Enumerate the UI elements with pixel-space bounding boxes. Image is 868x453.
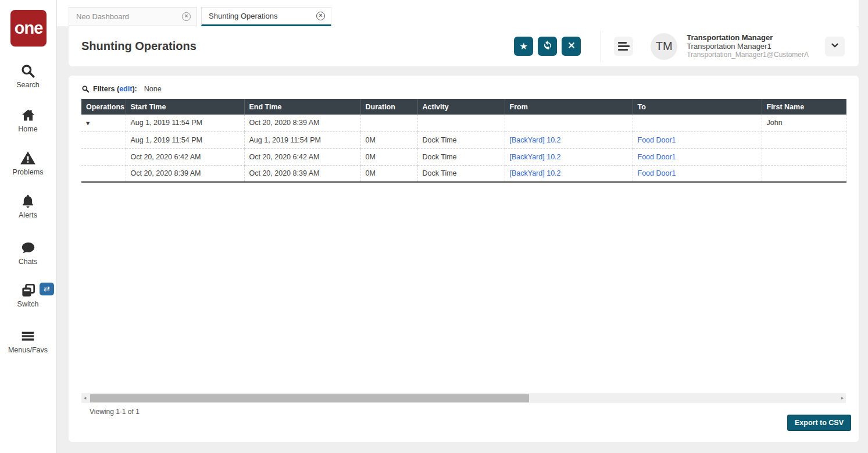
cell-activity: Dock Time [417,165,505,182]
one-logo[interactable]: one [10,10,47,47]
filters-bar: Filters (edit): None [81,85,162,93]
sidebar-label-chats: Chats [0,258,56,266]
cell-from: [BackYard] 10.2 [505,148,633,165]
col-header-first-name[interactable]: First Name [762,99,846,115]
cell-first-name [762,131,846,148]
table-header-row: Operations Start Time End Time Duration … [81,99,846,115]
bell-icon [0,193,56,209]
col-header-duration[interactable]: Duration [360,99,417,115]
refresh-icon [542,40,553,52]
horizontal-scrollbar[interactable]: ◂ ▸ [81,393,846,403]
quick-menu-button[interactable] [614,37,633,56]
filter-search-icon [81,85,90,93]
filters-value: None [144,85,162,93]
content-panel: Filters (edit): None Operations Start Ti… [69,76,859,442]
cell-end-time: Oct 20, 2020 8:39 AM [244,165,360,182]
tab-neo-dashboard[interactable]: Neo Dashboard × [69,7,197,26]
table-row[interactable]: ▾ Aug 1, 2019 11:54 PM Oct 20, 2020 8:39… [81,115,846,131]
avatar-initials: TM [656,40,673,53]
cell-end-time: Aug 1, 2019 11:54 PM [244,131,360,148]
col-header-activity[interactable]: Activity [417,99,505,115]
close-page-button[interactable] [562,37,581,56]
cell-duration: 0M [360,131,417,148]
hamburger-icon [0,328,56,344]
to-link[interactable]: Food Door1 [638,136,676,144]
from-link[interactable]: [BackYard] 10.2 [510,169,561,177]
cell-first-name [762,148,846,165]
menu-lines-icon [618,42,630,51]
cell-first-name [762,165,846,182]
to-link[interactable]: Food Door1 [638,169,676,177]
export-to-csv-button[interactable]: Export to CSV [787,415,851,431]
cell-activity: Dock Time [417,131,505,148]
cell-activity: Dock Time [417,148,505,165]
table-row[interactable]: Aug 1, 2019 11:54 PM Aug 1, 2019 11:54 P… [81,131,846,148]
cell-start-time: Oct 20, 2020 6:42 AM [126,148,244,165]
from-link[interactable]: [BackYard] 10.2 [510,153,561,161]
from-link[interactable]: [BackYard] 10.2 [510,136,561,144]
user-email: Transportation_Manager1@CustomerA [687,51,809,59]
cell-start-time: Aug 1, 2019 11:54 PM [126,131,244,148]
scroll-left-icon[interactable]: ◂ [81,393,88,403]
cell-operations [81,148,126,165]
cell-from [505,115,633,131]
tab-shunting-operations[interactable]: Shunting Operations × [201,7,331,26]
sidebar-item-home[interactable]: Home [0,107,56,133]
cell-to: Food Door1 [633,131,762,148]
row-expand-caret[interactable]: ▾ [81,115,126,131]
favorite-button[interactable]: ★ [514,37,533,56]
cell-first-name: John [762,115,846,131]
chat-bubble-icon [0,240,56,256]
col-header-from[interactable]: From [505,99,633,115]
sidebar: one Search Home Problems Alerts Chats [0,0,57,453]
star-icon: ★ [519,42,527,51]
tab-close-icon[interactable]: × [182,12,191,21]
user-avatar[interactable]: TM [651,33,677,60]
header-actions: ★ [514,37,581,56]
sidebar-item-alerts[interactable]: Alerts [0,193,56,219]
sidebar-label-menus-favs: Menus/Favs [0,346,56,354]
sidebar-item-menus-favs[interactable]: Menus/Favs [0,328,56,354]
page-header: Shunting Operations ★ TM Transportation … [69,26,859,66]
cell-to: Food Door1 [633,165,762,182]
sidebar-item-problems[interactable]: Problems [0,150,56,176]
sidebar-label-search: Search [0,81,56,89]
cell-operations [81,131,126,148]
col-header-end-time[interactable]: End Time [244,99,360,115]
sidebar-label-problems: Problems [0,168,56,176]
col-header-operations[interactable]: Operations [81,99,126,115]
warning-triangle-icon [0,150,56,166]
cell-to [633,115,762,131]
sidebar-item-chats[interactable]: Chats [0,240,56,266]
scrollbar-thumb[interactable] [90,394,529,402]
swap-arrows-icon[interactable]: ⇄ [40,283,54,295]
user-info: Transportation Manager Transportation Ma… [687,33,809,59]
filters-edit-link[interactable]: edit [119,85,132,93]
col-header-to[interactable]: To [633,99,762,115]
cell-end-time: Oct 20, 2020 6:42 AM [244,148,360,165]
cell-start-time: Aug 1, 2019 11:54 PM [126,115,244,131]
sidebar-label-alerts: Alerts [0,211,56,219]
table-row[interactable]: Oct 20, 2020 8:39 AM Oct 20, 2020 8:39 A… [81,165,846,182]
cell-to: Food Door1 [633,148,762,165]
sidebar-label-home: Home [0,125,56,133]
user-menu-button[interactable] [825,37,845,56]
cell-activity [417,115,505,131]
filters-suffix: ): [132,85,137,93]
refresh-button[interactable] [538,37,557,56]
sidebar-item-search[interactable]: Search [0,63,56,89]
cell-duration [360,115,417,131]
col-header-start-time[interactable]: Start Time [126,99,244,115]
chevron-down-icon [830,40,840,52]
cell-start-time: Oct 20, 2020 8:39 AM [126,165,244,182]
to-link[interactable]: Food Door1 [638,153,676,161]
cell-duration: 0M [360,148,417,165]
header-divider [601,31,601,62]
tab-close-icon[interactable]: × [316,12,325,20]
user-name: Transportation Manager1 [687,42,809,51]
tab-label: Neo Dashboard [76,12,129,21]
scroll-right-icon[interactable]: ▸ [839,393,846,403]
viewing-status: Viewing 1-1 of 1 [90,408,140,416]
cell-operations [81,165,126,182]
table-row[interactable]: Oct 20, 2020 6:42 AM Oct 20, 2020 6:42 A… [81,148,846,165]
